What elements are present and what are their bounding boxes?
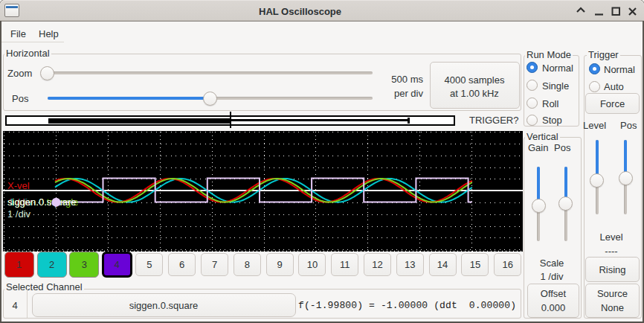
- svg-text:X-vel: X-vel: [7, 180, 30, 191]
- svg-text:siggen.0.square: siggen.0.square: [7, 196, 77, 208]
- svg-text:1 /div: 1 /div: [7, 208, 31, 220]
